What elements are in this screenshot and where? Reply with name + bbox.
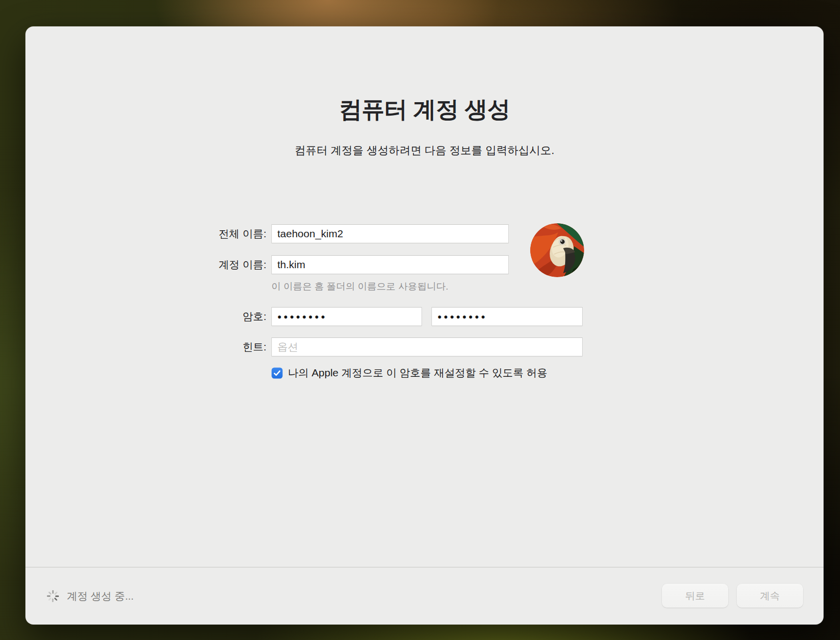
password-verify-input[interactable] <box>431 307 583 326</box>
page-title: 컴퓨터 계정 생성 <box>25 94 824 124</box>
apple-reset-checkbox-row[interactable]: 나의 Apple 계정으로 이 암호를 재설정할 수 있도록 허용 <box>271 366 547 380</box>
status-text: 계정 생성 중... <box>67 589 134 603</box>
continue-button[interactable]: 계속 <box>737 584 803 608</box>
full-name-input[interactable] <box>271 224 509 243</box>
password-row: 암호: <box>177 307 583 326</box>
progress-spinner-icon <box>46 589 60 603</box>
hint-label: 힌트: <box>177 340 266 354</box>
setup-assistant-window: 컴퓨터 계정 생성 컴퓨터 계정을 생성하려면 다음 정보를 입력하십시오. 전… <box>25 26 824 625</box>
account-name-input[interactable] <box>271 255 509 274</box>
account-name-label: 계정 이름: <box>177 258 266 272</box>
desktop-background: 컴퓨터 계정 생성 컴퓨터 계정을 생성하려면 다음 정보를 입력하십시오. 전… <box>0 0 840 640</box>
parrot-avatar-image <box>530 223 584 277</box>
password-input[interactable] <box>271 307 422 326</box>
page-subtitle: 컴퓨터 계정을 생성하려면 다음 정보를 입력하십시오. <box>25 143 824 159</box>
footer-divider <box>25 567 824 568</box>
account-name-helper-text: 이 이름은 홈 폴더의 이름으로 사용됩니다. <box>271 280 448 293</box>
hint-row: 힌트: <box>177 337 583 356</box>
account-avatar[interactable] <box>530 223 584 277</box>
hint-input[interactable] <box>271 337 583 356</box>
account-name-row: 계정 이름: <box>177 255 509 274</box>
full-name-row: 전체 이름: <box>177 224 509 243</box>
checked-checkbox-icon[interactable] <box>271 367 283 379</box>
full-name-label: 전체 이름: <box>177 227 266 241</box>
apple-reset-checkbox-label: 나의 Apple 계정으로 이 암호를 재설정할 수 있도록 허용 <box>288 366 547 380</box>
password-label: 암호: <box>177 310 266 323</box>
back-button[interactable]: 뒤로 <box>662 584 728 608</box>
footer-status: 계정 생성 중... <box>46 584 134 609</box>
